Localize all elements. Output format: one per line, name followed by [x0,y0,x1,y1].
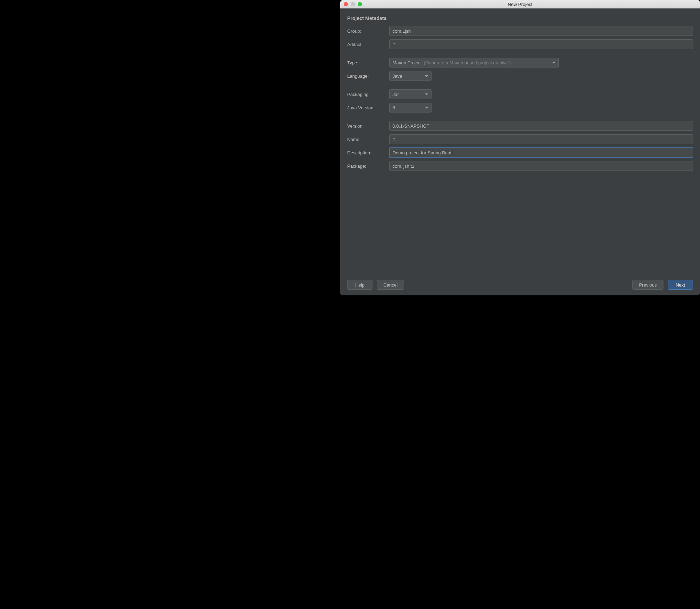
row-type: Type: Maven Project (Generate a Maven ba… [347,58,693,68]
artifact-input[interactable] [389,39,693,49]
previous-button[interactable]: Previous [632,280,663,290]
close-icon[interactable] [344,2,348,6]
java-version-value: 8 [393,105,395,110]
row-packaging: Packaging: Jar [347,89,693,99]
type-select[interactable]: Maven Project (Generate a Maven based pr… [389,58,559,68]
label-type: Type: [347,60,385,65]
version-field[interactable] [393,121,690,130]
row-artifact: Artifact: [347,39,693,49]
window-controls [340,2,362,6]
row-language: Language: Java [347,71,693,81]
chevron-down-icon [425,75,428,77]
new-project-dialog: New Project Project Metadata Group: Arti… [340,0,700,295]
group-field[interactable] [393,26,690,36]
project-metadata-form: Group: Artifact: Type: Maven Project (Ge… [347,26,693,171]
chevron-down-icon [552,62,556,64]
help-button[interactable]: Help [347,280,372,290]
row-name: Name: [347,134,693,144]
titlebar[interactable]: New Project [340,0,700,8]
maximize-icon[interactable] [358,2,362,6]
language-select[interactable]: Java [389,71,432,81]
java-version-select[interactable]: 8 [389,103,432,113]
description-input[interactable]: Demo project for Spring Boot [389,148,693,158]
label-package: Package: [347,164,385,169]
description-field-text: Demo project for Spring Boot [393,150,452,155]
version-input[interactable] [389,121,693,131]
section-title: Project Metadata [347,15,693,21]
dialog-footer: Help Cancel Previous Next [347,275,693,290]
row-group: Group: [347,26,693,36]
name-field[interactable] [393,135,690,144]
row-description: Description: Demo project for Spring Boo… [347,148,693,158]
packaging-value: Jar [393,92,399,97]
label-name: Name: [347,137,385,142]
package-input[interactable] [389,161,693,171]
language-value: Java [393,73,402,79]
group-input[interactable] [389,26,693,36]
type-value: Maven Project [393,60,422,65]
artifact-field[interactable] [393,40,690,49]
label-version: Version: [347,123,385,129]
minimize-icon [351,2,355,6]
text-cursor-icon [452,150,452,155]
label-packaging: Packaging: [347,92,385,97]
cancel-button[interactable]: Cancel [377,280,404,290]
chevron-down-icon [425,107,428,109]
dialog-content: Project Metadata Group: Artifact: Type: … [340,8,700,295]
label-artifact: Artifact: [347,42,385,47]
window-title: New Project [340,2,700,7]
package-field[interactable] [393,161,690,171]
type-hint: (Generate a Maven based project archive.… [424,60,511,65]
label-group: Group: [347,28,385,34]
name-input[interactable] [389,134,693,144]
label-java-version: Java Version: [347,105,385,110]
next-button[interactable]: Next [668,280,693,290]
row-package: Package: [347,161,693,171]
label-description: Description: [347,150,385,155]
row-java-version: Java Version: 8 [347,103,693,113]
packaging-select[interactable]: Jar [389,89,432,99]
row-version: Version: [347,121,693,131]
label-language: Language: [347,73,385,79]
chevron-down-icon [425,94,428,95]
